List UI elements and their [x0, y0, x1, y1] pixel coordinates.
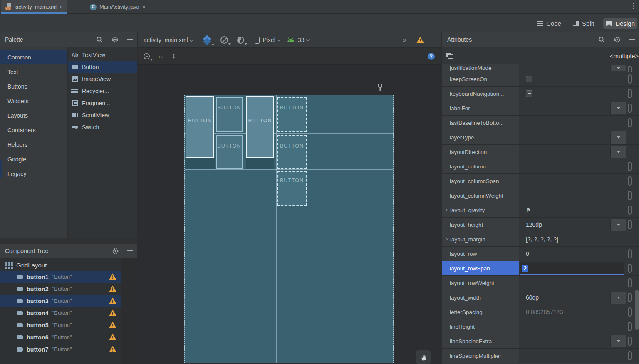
palette-item-fragmentcontainer[interactable]: Fragmen... — [68, 97, 137, 109]
wrench-icon[interactable] — [376, 83, 384, 92]
attr-row-layout_row[interactable]: layout_row 0 — [442, 246, 639, 261]
hide-panel-icon[interactable] — [629, 39, 635, 40]
resource-pill-icon[interactable] — [628, 293, 632, 302]
file-selector[interactable]: activity_main.xml — [144, 37, 193, 43]
resource-pill-icon[interactable] — [628, 162, 632, 171]
orientation-button[interactable] — [220, 36, 228, 44]
gear-icon[interactable] — [614, 36, 621, 43]
palette-item-button[interactable]: Button — [68, 61, 137, 73]
resource-pill-icon[interactable] — [628, 220, 632, 229]
attr-row-layout_gravity[interactable]: layout_gravity ⚑ — [442, 203, 639, 217]
tree-item-button4[interactable]: button4 "Button" — [0, 307, 121, 319]
attr-row-layout_column[interactable]: layout_column — [442, 159, 639, 173]
canvas-button7[interactable]: BUTTON — [277, 171, 307, 206]
attr-row-labelFor[interactable]: labelFor — [442, 101, 639, 115]
hide-panel-icon[interactable] — [127, 39, 133, 40]
tab-options-menu-icon[interactable] — [631, 3, 637, 11]
palette-item-switch[interactable]: Switch — [68, 121, 137, 133]
palette-category-widgets[interactable]: Widgets — [0, 94, 67, 108]
dropdown-button[interactable] — [610, 146, 626, 158]
resource-pill-icon[interactable] — [628, 206, 632, 215]
dropdown-button[interactable] — [610, 102, 626, 114]
tree-item-button1[interactable]: button1 "Button" — [0, 271, 121, 283]
attr-row-layout_columnWeight[interactable]: layout_columnWeight — [442, 188, 639, 203]
dropdown-button[interactable] — [610, 335, 626, 347]
search-icon[interactable] — [96, 36, 103, 43]
device-selector[interactable]: Pixel — [255, 37, 280, 44]
resource-pill-icon[interactable] — [628, 89, 632, 98]
gear-icon[interactable] — [112, 248, 119, 255]
attr-row-keyboardNavigation[interactable]: keyboardNavigation... — [442, 86, 639, 101]
design-surface-gridlayout[interactable]: BUTTON BUTTON BUTTON BUTTON BUTTON BUTTO… — [184, 95, 394, 363]
attr-row-lineSpacingMultiplier[interactable]: lineSpacingMultiplier — [442, 348, 639, 363]
tree-item-button7[interactable]: button7 "Button" — [0, 343, 121, 355]
attr-row-lineHeight[interactable]: lineHeight — [442, 319, 639, 334]
canvas-button2[interactable]: BUTTON — [216, 97, 243, 132]
dropdown-button[interactable] — [610, 292, 626, 304]
tree-item-button2[interactable]: button2 "Button" — [0, 283, 121, 295]
resource-pill-icon[interactable] — [628, 66, 632, 72]
dropdown-button[interactable] — [610, 65, 626, 71]
pan-tool-button[interactable] — [416, 350, 431, 364]
resource-pill-icon[interactable] — [628, 118, 632, 127]
night-mode-button[interactable] — [237, 37, 244, 44]
attr-row-justificationMode[interactable]: justificationMode — [442, 64, 639, 72]
palette-category-google[interactable]: Google — [0, 152, 67, 166]
attr-row-layout_margin[interactable]: layout_margin [?, ?, ?, ?, ?] — [442, 232, 639, 246]
canvas-button1[interactable]: BUTTON — [186, 96, 214, 158]
tree-item-gridlayout[interactable]: GridLayout — [0, 260, 121, 271]
attr-row-layout_rowSpan[interactable]: layout_rowSpan 2 — [442, 261, 639, 275]
close-tab-icon[interactable]: × — [142, 4, 146, 10]
tab-mainactivity-java[interactable]: MainActivity.java × — [86, 0, 150, 14]
palette-item-imageview[interactable]: ImageView — [68, 73, 137, 85]
pan-horizontal-icon[interactable] — [157, 52, 164, 60]
resource-pill-icon[interactable] — [628, 337, 632, 346]
scrollbar-thumb[interactable] — [635, 290, 639, 330]
search-icon[interactable] — [598, 36, 605, 43]
attr-row-keepScreenOn[interactable]: keepScreenOn — [442, 72, 639, 86]
attr-row-layoutDirection[interactable]: layoutDirection — [442, 144, 639, 159]
attr-value-text[interactable]: 0.0892857143 — [526, 309, 563, 315]
attr-row-layout_width[interactable]: layout_width 60dp — [442, 290, 639, 305]
attr-row-layerType[interactable]: layerType — [442, 130, 639, 144]
canvas-button4[interactable]: BUTTON — [216, 135, 243, 169]
panel-splitter[interactable] — [0, 238, 137, 244]
resource-pill-icon[interactable] — [628, 278, 632, 287]
palette-item-scrollview[interactable]: ScrollView — [68, 109, 137, 121]
api-selector[interactable]: 33 — [287, 37, 309, 43]
tab-activity-main-xml[interactable]: activity_main.xml × — [1, 0, 67, 14]
resource-pill-icon[interactable] — [628, 249, 632, 258]
toolbar-overflow-button[interactable]: » — [403, 36, 406, 44]
warning-indicator-icon[interactable] — [416, 37, 424, 43]
design-surface-selector[interactable] — [203, 36, 211, 44]
palette-category-containers[interactable]: Containers — [0, 123, 67, 137]
gear-icon[interactable] — [111, 36, 119, 43]
design-mode-button[interactable]: Design — [603, 18, 637, 29]
hide-panel-icon[interactable] — [127, 250, 133, 251]
attr-value-text[interactable]: [?, ?, ?, ?, ?] — [526, 236, 558, 243]
attr-value-text[interactable]: 120dp — [526, 221, 542, 228]
palette-category-legacy[interactable]: Legacy — [0, 166, 67, 181]
resource-pill-icon[interactable] — [628, 104, 632, 113]
code-mode-button[interactable]: Code — [534, 18, 564, 29]
split-mode-button[interactable]: Split — [570, 18, 597, 29]
indeterminate-checkbox[interactable] — [526, 90, 532, 97]
palette-category-buttons[interactable]: Buttons — [0, 79, 67, 94]
resource-pill-icon[interactable] — [628, 351, 632, 360]
tree-item-button5[interactable]: button5 "Button" — [0, 319, 121, 331]
tree-item-button3[interactable]: button3 "Button" — [0, 295, 121, 307]
resource-pill-icon[interactable] — [628, 264, 632, 273]
resource-pill-icon[interactable] — [628, 191, 632, 200]
expand-icon[interactable] — [444, 238, 448, 241]
dropdown-button[interactable] — [610, 219, 626, 231]
palette-category-common[interactable]: Common — [0, 50, 67, 64]
indeterminate-checkbox[interactable] — [526, 76, 532, 82]
canvas-button6[interactable]: BUTTON — [277, 135, 307, 169]
attr-row-layout_columnSpan[interactable]: layout_columnSpan — [442, 173, 639, 188]
attr-value-text[interactable]: 60dp — [526, 294, 539, 301]
resource-pill-icon[interactable] — [628, 322, 632, 331]
attr-row-lineSpacingExtra[interactable]: lineSpacingExtra — [442, 334, 639, 348]
tree-item-button6[interactable]: button6 "Button" — [0, 331, 121, 343]
canvas-button3[interactable]: BUTTON — [246, 96, 274, 158]
expand-icon[interactable] — [444, 208, 448, 212]
